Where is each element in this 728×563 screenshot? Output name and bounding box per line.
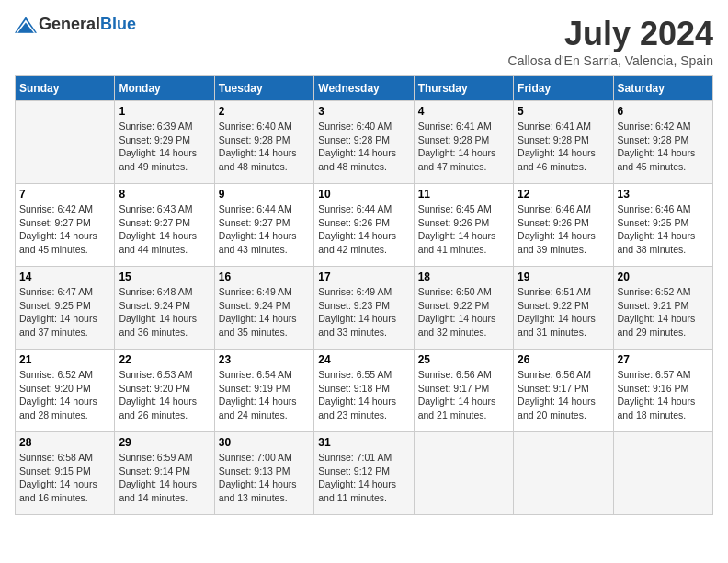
day-header-sunday: Sunday (16, 76, 115, 101)
day-number: 27 (618, 353, 709, 366)
calendar-cell: 30Sunrise: 7:00 AMSunset: 9:13 PMDayligh… (214, 432, 313, 515)
day-number: 11 (418, 188, 509, 201)
calendar-week-4: 21Sunrise: 6:52 AMSunset: 9:20 PMDayligh… (16, 350, 713, 432)
calendar-cell: 4Sunrise: 6:41 AMSunset: 9:28 PMDaylight… (414, 101, 513, 184)
calendar-cell: 18Sunrise: 6:50 AMSunset: 9:22 PMDayligh… (414, 267, 513, 350)
calendar-week-1: 1Sunrise: 6:39 AMSunset: 9:29 PMDaylight… (16, 101, 713, 184)
logo-blue-text: Blue (100, 15, 136, 34)
day-number: 5 (518, 105, 609, 118)
calendar-cell: 23Sunrise: 6:54 AMSunset: 9:19 PMDayligh… (214, 350, 313, 432)
calendar-cell: 26Sunrise: 6:56 AMSunset: 9:17 PMDayligh… (514, 350, 613, 432)
cell-content: Sunrise: 6:55 AMSunset: 9:18 PMDaylight:… (318, 368, 409, 422)
title-area: July 2024 Callosa d'En Sarria, Valencia,… (508, 15, 713, 68)
day-number: 29 (119, 436, 210, 449)
month-title: July 2024 (508, 15, 713, 53)
cell-content: Sunrise: 6:49 AMSunset: 9:24 PMDaylight:… (219, 285, 310, 339)
day-number: 7 (19, 188, 110, 201)
cell-content: Sunrise: 6:41 AMSunset: 9:28 PMDaylight:… (518, 120, 609, 174)
day-number: 26 (518, 353, 609, 366)
day-number: 9 (219, 188, 310, 201)
calendar-cell: 16Sunrise: 6:49 AMSunset: 9:24 PMDayligh… (214, 267, 313, 350)
day-number: 4 (418, 105, 509, 118)
day-number: 23 (219, 353, 310, 366)
cell-content: Sunrise: 6:43 AMSunset: 9:27 PMDaylight:… (119, 202, 210, 257)
day-number: 3 (318, 105, 409, 118)
cell-content: Sunrise: 7:00 AMSunset: 9:13 PMDaylight:… (219, 451, 310, 505)
calendar-cell: 2Sunrise: 6:40 AMSunset: 9:28 PMDaylight… (214, 101, 313, 184)
calendar-cell: 29Sunrise: 6:59 AMSunset: 9:14 PMDayligh… (115, 432, 214, 515)
day-number: 13 (618, 188, 709, 201)
cell-content: Sunrise: 6:42 AMSunset: 9:27 PMDaylight:… (19, 202, 110, 257)
calendar-cell: 15Sunrise: 6:48 AMSunset: 9:24 PMDayligh… (115, 267, 214, 350)
calendar-week-2: 7Sunrise: 6:42 AMSunset: 9:27 PMDaylight… (16, 184, 713, 267)
cell-content: Sunrise: 6:57 AMSunset: 9:16 PMDaylight:… (618, 368, 709, 422)
calendar-cell: 19Sunrise: 6:51 AMSunset: 9:22 PMDayligh… (514, 267, 613, 350)
cell-content: Sunrise: 6:40 AMSunset: 9:28 PMDaylight:… (318, 120, 409, 174)
day-number: 1 (119, 105, 210, 118)
day-number: 24 (318, 353, 409, 366)
logo: GeneralBlue (15, 15, 136, 34)
calendar-cell: 20Sunrise: 6:52 AMSunset: 9:21 PMDayligh… (613, 267, 712, 350)
cell-content: Sunrise: 6:40 AMSunset: 9:28 PMDaylight:… (219, 120, 310, 174)
day-number: 14 (19, 270, 110, 283)
header-row: SundayMondayTuesdayWednesdayThursdayFrid… (16, 76, 713, 101)
cell-content: Sunrise: 6:52 AMSunset: 9:21 PMDaylight:… (618, 285, 709, 339)
day-number: 18 (418, 270, 509, 283)
calendar-cell: 12Sunrise: 6:46 AMSunset: 9:26 PMDayligh… (514, 184, 613, 267)
calendar-cell: 9Sunrise: 6:44 AMSunset: 9:27 PMDaylight… (214, 184, 313, 267)
cell-content: Sunrise: 6:58 AMSunset: 9:15 PMDaylight:… (19, 451, 110, 505)
logo-icon (15, 17, 37, 33)
day-number: 10 (318, 188, 409, 201)
cell-content: Sunrise: 6:48 AMSunset: 9:24 PMDaylight:… (119, 285, 210, 339)
day-number: 15 (119, 270, 210, 283)
cell-content: Sunrise: 6:56 AMSunset: 9:17 PMDaylight:… (518, 368, 609, 422)
calendar-cell: 1Sunrise: 6:39 AMSunset: 9:29 PMDaylight… (115, 101, 214, 184)
day-number: 22 (119, 353, 210, 366)
calendar-cell: 28Sunrise: 6:58 AMSunset: 9:15 PMDayligh… (16, 432, 115, 515)
calendar-cell: 13Sunrise: 6:46 AMSunset: 9:25 PMDayligh… (613, 184, 712, 267)
day-number: 28 (19, 436, 110, 449)
day-number: 2 (219, 105, 310, 118)
calendar-cell: 17Sunrise: 6:49 AMSunset: 9:23 PMDayligh… (314, 267, 414, 350)
day-number: 20 (618, 270, 709, 283)
calendar-cell: 5Sunrise: 6:41 AMSunset: 9:28 PMDaylight… (514, 101, 613, 184)
day-number: 30 (219, 436, 310, 449)
day-number: 12 (518, 188, 609, 201)
cell-content: Sunrise: 6:47 AMSunset: 9:25 PMDaylight:… (19, 285, 110, 339)
cell-content: Sunrise: 6:42 AMSunset: 9:28 PMDaylight:… (618, 120, 709, 174)
cell-content: Sunrise: 6:53 AMSunset: 9:20 PMDaylight:… (119, 368, 210, 422)
calendar-cell: 14Sunrise: 6:47 AMSunset: 9:25 PMDayligh… (16, 267, 115, 350)
day-header-wednesday: Wednesday (314, 76, 414, 101)
cell-content: Sunrise: 6:51 AMSunset: 9:22 PMDaylight:… (518, 285, 609, 339)
day-number: 31 (318, 436, 409, 449)
header: GeneralBlue July 2024 Callosa d'En Sarri… (15, 15, 713, 68)
day-number: 6 (618, 105, 709, 118)
logo-general-text: General (39, 15, 100, 34)
calendar-cell (414, 432, 513, 515)
cell-content: Sunrise: 6:41 AMSunset: 9:28 PMDaylight:… (418, 120, 509, 174)
calendar-week-3: 14Sunrise: 6:47 AMSunset: 9:25 PMDayligh… (16, 267, 713, 350)
cell-content: Sunrise: 6:56 AMSunset: 9:17 PMDaylight:… (418, 368, 509, 422)
calendar-cell: 25Sunrise: 6:56 AMSunset: 9:17 PMDayligh… (414, 350, 513, 432)
day-number: 21 (19, 353, 110, 366)
calendar-cell: 27Sunrise: 6:57 AMSunset: 9:16 PMDayligh… (613, 350, 712, 432)
cell-content: Sunrise: 6:50 AMSunset: 9:22 PMDaylight:… (418, 285, 509, 339)
day-header-tuesday: Tuesday (214, 76, 313, 101)
day-number: 19 (518, 270, 609, 283)
day-header-thursday: Thursday (414, 76, 513, 101)
calendar-cell: 10Sunrise: 6:44 AMSunset: 9:26 PMDayligh… (314, 184, 414, 267)
cell-content: Sunrise: 6:39 AMSunset: 9:29 PMDaylight:… (119, 120, 210, 174)
day-header-friday: Friday (514, 76, 613, 101)
calendar-cell: 21Sunrise: 6:52 AMSunset: 9:20 PMDayligh… (16, 350, 115, 432)
cell-content: Sunrise: 6:44 AMSunset: 9:27 PMDaylight:… (219, 202, 310, 257)
day-number: 25 (418, 353, 509, 366)
cell-content: Sunrise: 6:46 AMSunset: 9:25 PMDaylight:… (618, 202, 709, 257)
cell-content: Sunrise: 6:45 AMSunset: 9:26 PMDaylight:… (418, 202, 509, 257)
calendar-cell (16, 101, 115, 184)
calendar-cell: 7Sunrise: 6:42 AMSunset: 9:27 PMDaylight… (16, 184, 115, 267)
calendar-cell: 8Sunrise: 6:43 AMSunset: 9:27 PMDaylight… (115, 184, 214, 267)
location-title: Callosa d'En Sarria, Valencia, Spain (508, 53, 713, 68)
day-number: 17 (318, 270, 409, 283)
calendar-cell: 11Sunrise: 6:45 AMSunset: 9:26 PMDayligh… (414, 184, 513, 267)
calendar-cell: 31Sunrise: 7:01 AMSunset: 9:12 PMDayligh… (314, 432, 414, 515)
